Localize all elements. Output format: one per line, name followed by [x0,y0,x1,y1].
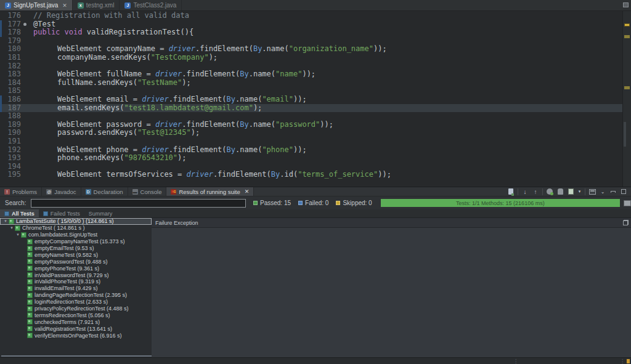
tree-row-verifyelemntsonpagetest[interactable]: verifyElemntsOnPageTest (6.916 s) [0,332,152,339]
view-tab-console[interactable]: ▬Console [128,187,167,196]
code-line-190[interactable]: 190password.sendKeys("Test@12345"); [0,129,622,137]
close-icon[interactable]: ✕ [245,188,250,195]
tree-row-emptyphonetest[interactable]: emptyPhoneTest (9.361 s) [0,265,152,272]
line-number[interactable]: 193 [0,154,28,163]
tree-row-validregistrationtest[interactable]: validRegistrationTest (13.641 s) [0,325,152,332]
chevron-down-icon[interactable]: ⌄ [599,188,606,195]
search-input[interactable] [31,199,246,208]
clear-results-icon[interactable] [507,188,515,195]
tree-row-emptynametest[interactable]: emptyNameTest (9.582 s) [0,251,152,258]
tree-row-invalidpasswordtest[interactable]: inValidPasswordTest (9.729 s) [0,272,152,278]
tree-row-com.lambdatest.signuptest[interactable]: ▼com.lambdatest.SignUpTest [0,232,152,238]
line-number[interactable]: 191 [0,137,28,146]
line-number[interactable]: 192 [0,146,28,155]
tree-row-emptyemailtest[interactable]: emptyEmailTest (9.53 s) [0,245,152,252]
line-number[interactable]: 185 [0,87,28,95]
subtab-summary[interactable]: Summary [84,209,117,217]
tree-row-chrometest[interactable]: ▼ChromeTest ( 124.861 s ) [0,225,152,232]
code-line-176[interactable]: 176// Registration with all valid data [0,12,622,20]
overview-ruler[interactable] [622,11,631,187]
rerun-suite-icon[interactable] [546,188,553,195]
history-dropdown-icon[interactable]: ▾ [577,188,582,195]
editor-tab-testclass2-java[interactable]: JTestClass2.java [120,0,182,10]
expand-arrow-icon[interactable]: ▼ [9,226,15,230]
view-tab-results-of-running-suite[interactable]: NGResults of running suite✕ [166,187,254,196]
code-line-191[interactable]: 191 [0,137,622,146]
editor-tab-testng-xml[interactable]: xtestng.xml [73,0,120,10]
next-failure-icon[interactable]: ↓ [521,188,529,195]
line-number[interactable]: 176 [0,12,28,20]
line-number[interactable]: 189 [0,121,28,129]
failure-exception-body[interactable] [152,228,631,357]
view-menu-icon[interactable] [588,188,596,195]
editor-scrollbar-thumb[interactable] [624,122,626,147]
code-line-184[interactable]: 184fullName.sendKeys("TestName"); [0,79,622,87]
tree-row-lambatestsuite[interactable]: ▼LambaTestSuite ( 15/0/0/0 ) (124.861 s) [0,218,152,225]
line-number[interactable]: 188 [0,112,28,121]
code-line-194[interactable]: 194 [0,163,622,171]
code-line-177[interactable]: 177@Test [0,20,622,29]
line-number[interactable]: 190 [0,129,28,137]
line-number[interactable]: 184 [0,79,28,87]
history-icon[interactable] [567,188,574,195]
tree-row-privacypolicyredirectiontest[interactable]: privacyPolicyRedirectionTest (4.488 s) [0,305,152,312]
code-line-180[interactable]: 180WebElement companyName = driver.findE… [0,45,622,54]
statusbar-grip-icon[interactable]: ⋮ [620,358,625,364]
tree-row-termsredirectiontest[interactable]: termsRedirectionTest (5.056 s) [0,312,152,318]
maximize-panel-icon[interactable] [623,220,629,225]
line-number[interactable]: 187 [0,104,28,113]
test-tree-panel[interactable]: ▼LambaTestSuite ( 15/0/0/0 ) (124.861 s)… [0,218,152,357]
occurrence-marker-icon[interactable] [624,86,630,89]
view-tab-declaration[interactable]: DDeclaration [81,187,128,196]
subtab-failed-tests[interactable]: Failed Tests [39,209,84,217]
run-marker-icon[interactable] [23,23,26,26]
maximize-view-icon[interactable] [620,188,627,195]
tree-row-uncheckedterms[interactable]: uncheckedTerms (7.921 s) [0,318,152,325]
code-line-181[interactable]: 181companyName.sendKeys("TestCompany"); [0,54,622,62]
expand-arrow-icon[interactable]: ▼ [15,233,21,237]
subtab-all-tests[interactable]: All Tests [0,209,39,217]
occurrence-marker-icon[interactable] [624,35,630,38]
line-number[interactable]: 195 [0,171,28,179]
line-number[interactable]: 183 [0,70,28,79]
tree-row-invalidphonetest[interactable]: inValidPhoneTest (9.319 s) [0,278,152,285]
code-line-193[interactable]: 193phone.sendKeys("9876543210"); [0,154,622,163]
tree-row-loginredirectiontest[interactable]: loginRedirectionTest (2.633 s) [0,299,152,305]
line-number[interactable]: 180 [0,45,28,54]
code-line-185[interactable]: 185 [0,87,622,95]
code-line-178[interactable]: 178public void validRegistrationTest(){ [0,28,622,37]
line-number[interactable]: 178 [0,28,28,37]
code-editor[interactable]: 176// Registration with all valid data17… [0,11,631,187]
view-tab-javadoc[interactable]: @Javadoc [42,187,81,196]
notification-icon[interactable] [627,359,630,363]
code-line-182[interactable]: 182 [0,62,622,71]
editor-tab-signuptest-java[interactable]: JSignUpTest.java✕ [0,0,73,10]
code-line-188[interactable]: 188 [0,112,622,121]
line-number[interactable]: 182 [0,62,28,71]
code-line-195[interactable]: 195WebElement termsOfServices = driver.f… [0,171,622,179]
line-number[interactable]: 194 [0,163,28,171]
editor-restore-icon[interactable] [623,2,629,7]
tree-row-landingpageredirectiontest[interactable]: landingPageRedirectionTest (2.395 s) [0,292,152,299]
code-line-183[interactable]: 183WebElement fullName = driver.findElem… [0,70,622,79]
tree-row-emptycompanynametest[interactable]: emptyCompanyNameTest (15.373 s) [0,238,152,245]
line-number[interactable]: 179 [0,37,28,46]
line-number[interactable]: 186 [0,95,28,104]
expand-arrow-icon[interactable]: ▼ [2,219,9,223]
show-console-icon[interactable] [624,200,631,206]
line-number[interactable]: 181 [0,54,28,62]
tree-row-emptypasswordtest[interactable]: emptyPasswordTest (9.488 s) [0,258,152,265]
rerun-failed-icon[interactable] [556,188,564,195]
tree-row-invalidemailtest[interactable]: invalidEmailTest (9.429 s) [0,285,152,292]
minimize-view-icon[interactable] [609,188,617,195]
code-line-192[interactable]: 192WebElement phone = driver.findElement… [0,146,622,155]
occurrence-marker-icon[interactable] [624,23,630,26]
code-line-186[interactable]: 186WebElement email = driver.findElement… [0,95,622,104]
close-icon[interactable]: ✕ [62,2,67,9]
code-line-189[interactable]: 189WebElement password = driver.findElem… [0,121,622,129]
code-line-179[interactable]: 179 [0,37,622,46]
code-line-187[interactable]: 187email.sendKeys("test18.lambdatest@gma… [0,104,622,113]
previous-failure-icon[interactable]: ↑ [532,188,539,195]
line-number[interactable]: 177 [0,20,28,29]
tree-horizontal-scrollbar[interactable] [1,355,152,357]
